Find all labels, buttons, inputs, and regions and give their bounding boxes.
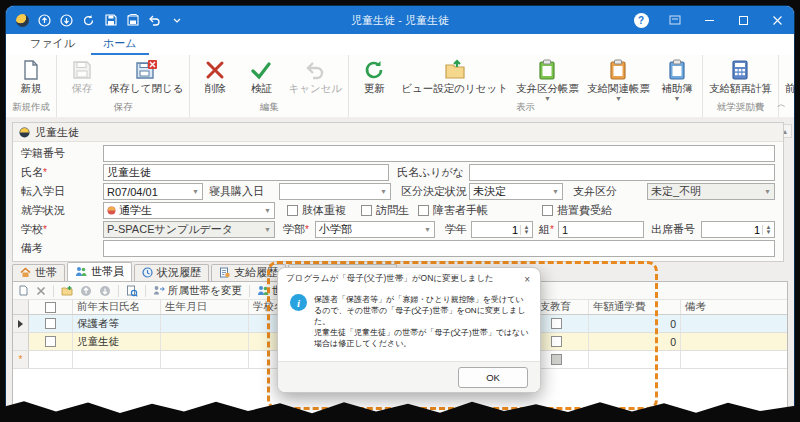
tab-setaiin[interactable]: 世帯員 — [67, 262, 132, 281]
grid-move-up-button[interactable] — [80, 285, 92, 297]
grid-add-folder-button[interactable] — [61, 285, 73, 296]
ok-button[interactable]: OK — [458, 367, 528, 388]
save-button[interactable]: 保存 — [59, 57, 105, 96]
remarks-input[interactable] — [103, 240, 775, 257]
refresh-button[interactable]: 更新 — [351, 57, 397, 96]
circle-up-icon — [80, 285, 92, 297]
grade-label: 学年 — [445, 221, 467, 238]
cell-name[interactable] — [73, 351, 161, 368]
sochi-benefit-checkbox[interactable]: 措置費受給 — [542, 202, 612, 219]
undo-arrow-icon — [304, 59, 326, 81]
ribbon-group-label: 保存 — [57, 101, 189, 117]
column-header-biko[interactable]: 備考 — [681, 300, 787, 314]
cell-biko[interactable] — [681, 333, 787, 350]
next-record-icon[interactable] — [60, 14, 73, 27]
new-button[interactable]: 新規 — [8, 57, 54, 96]
ribbon-group-view: 更新 ビュー設定のリセット 支弁区分帳票 ▼ 支給関連帳票 ▼ — [349, 55, 703, 117]
cancel-button[interactable]: キャンセル — [284, 57, 346, 96]
save-and-close-button[interactable]: 保存して閉じる — [105, 57, 187, 96]
close-window-button[interactable] — [760, 6, 794, 34]
student-sphere-icon — [19, 127, 30, 138]
tab-home[interactable]: ホーム — [91, 33, 149, 55]
delete-button[interactable]: 削除 — [192, 57, 238, 96]
previous-record-icon[interactable] — [38, 14, 51, 27]
checkbox-icon — [45, 336, 56, 347]
status-sphere-icon — [107, 206, 116, 215]
payment-history-icon — [219, 267, 230, 278]
row-selector[interactable] — [13, 333, 29, 350]
cell-birth[interactable] — [161, 315, 249, 332]
row-selector[interactable] — [13, 315, 29, 332]
ribbon-collapse-icon[interactable]: ︿ — [777, 98, 786, 111]
department-combo[interactable]: 小学部▼ — [315, 221, 435, 238]
name-label: 氏名* — [21, 164, 47, 181]
shikyu-report-button[interactable]: 支給関連帳票 ▼ — [583, 57, 654, 101]
grid-preview-button[interactable] — [126, 285, 138, 297]
shiben-combo[interactable]: 未定_不明▼ — [647, 183, 775, 200]
attendance-number-spinner[interactable]: 1▲▼ — [701, 221, 775, 238]
disability-book-checkbox[interactable]: 障害者手帳 — [418, 202, 488, 219]
furigana-input[interactable] — [469, 164, 775, 181]
current-row-arrow-icon — [18, 320, 23, 328]
kubun-status-combo[interactable]: 未決定▼ — [469, 183, 563, 200]
checkbox-icon — [45, 318, 56, 329]
undo-icon[interactable] — [148, 14, 161, 27]
qat-dropdown-icon[interactable] — [170, 14, 183, 27]
cell-name[interactable]: 児童生徒 — [73, 333, 161, 350]
student-form-panel: 児童生徒 学籍番号 氏名* 氏名ふりがな 転入学日 R07/04/01▼ 寝具購… — [12, 122, 784, 262]
bedding-date-combo[interactable]: ▼ — [279, 183, 391, 200]
shiben-report-button[interactable]: 支弁区分帳票 ▼ — [512, 57, 583, 101]
attendance-status-combo[interactable]: 通学生▼ — [103, 202, 275, 219]
previous-object-button[interactable]: 前のオブジェクト — [781, 57, 794, 96]
cell-name[interactable]: 保護者等 — [73, 315, 161, 332]
hojobo-button[interactable]: 補助簿 ▼ — [654, 57, 700, 101]
limb-overlap-checkbox[interactable]: 肢体重複 — [287, 202, 346, 219]
save-and-close-icon[interactable] — [126, 14, 139, 27]
cell-biko[interactable] — [681, 315, 787, 332]
quick-access-toolbar — [6, 14, 183, 27]
maximize-button[interactable] — [726, 6, 760, 34]
reset-view-settings-button[interactable]: ビュー設定のリセット — [397, 57, 512, 96]
ribbon-group-label: 新規作成 — [6, 101, 56, 117]
cell-birth[interactable] — [161, 351, 249, 368]
tab-file[interactable]: ファイル — [18, 33, 87, 55]
minimize-button[interactable] — [692, 6, 726, 34]
student-id-input[interactable] — [103, 145, 775, 162]
new-row-selector: * — [13, 351, 29, 368]
school-combo[interactable]: P-SPACEサンプルデータ▼ — [103, 221, 275, 238]
dialog-title: プログラムが「母子(父子)世帯」がONに変更しました — [286, 273, 494, 285]
dialog-close-icon[interactable]: × — [522, 274, 532, 285]
refresh-icon[interactable] — [82, 14, 95, 27]
tab-jokyo-rireki[interactable]: 状況履歴 — [134, 264, 209, 281]
titlebar-help-button[interactable]: ? — [624, 6, 658, 34]
bedding-date-label: 寝具購入日 — [209, 183, 264, 200]
visiting-student-checkbox[interactable]: 訪問生 — [361, 202, 409, 219]
class-input[interactable] — [558, 221, 644, 238]
column-header-birth[interactable]: 生年月日 — [161, 300, 249, 314]
grid-delete-button[interactable] — [36, 286, 46, 296]
grade-spinner[interactable]: 1▲▼ — [471, 221, 533, 238]
enrollment-date-combo[interactable]: R07/04/01▼ — [103, 183, 203, 200]
row-checkbox-cell[interactable] — [29, 333, 73, 350]
clipboard-blue-icon — [666, 59, 688, 81]
cell-birth[interactable] — [161, 333, 249, 350]
validate-button[interactable]: 検証 — [238, 57, 284, 96]
header-checkbox-cell[interactable] — [29, 300, 73, 314]
titlebar: 児童生徒 - 児童生徒 ? — [6, 6, 794, 34]
ribbon-options-button[interactable] — [658, 6, 692, 34]
recalculate-button[interactable]: 支給額再計算 — [705, 57, 776, 96]
row-checkbox-cell[interactable] — [29, 315, 73, 332]
window-title: 児童生徒 - 児童生徒 — [351, 13, 449, 28]
cell-biko[interactable] — [681, 351, 787, 368]
app-icon — [16, 14, 29, 27]
grid-new-row-button[interactable] — [18, 285, 29, 296]
document-search-icon — [126, 285, 138, 297]
name-input[interactable] — [103, 164, 389, 181]
grid-move-down-button[interactable] — [99, 285, 111, 297]
row-checkbox-cell[interactable] — [29, 351, 73, 368]
save-icon[interactable] — [104, 14, 117, 27]
tab-setai[interactable]: 世帯 — [12, 264, 65, 281]
checkbox-icon — [418, 205, 429, 216]
change-household-button[interactable]: 所属世帯を変更 — [153, 284, 242, 298]
column-header-name[interactable]: 前年末日氏名 — [73, 300, 161, 314]
